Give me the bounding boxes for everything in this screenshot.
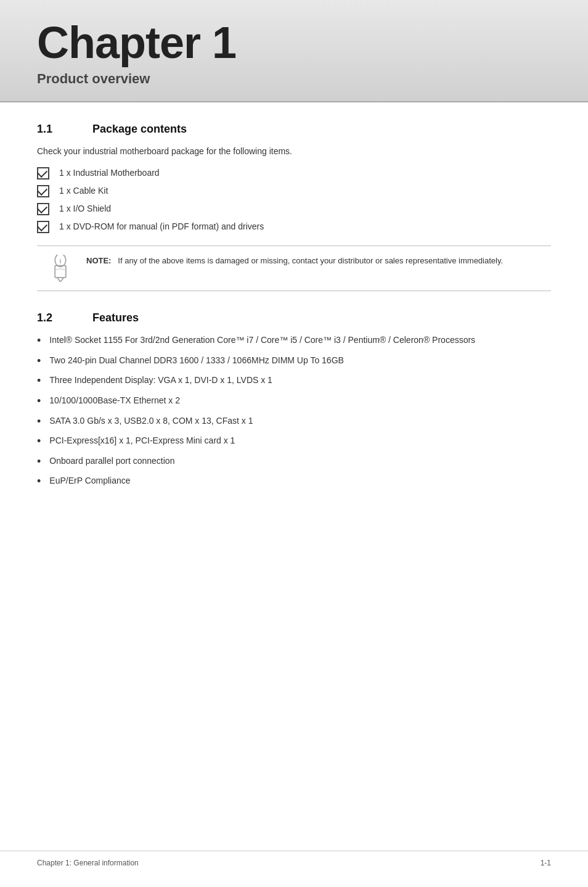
intro-text: Check your industrial motherboard packag… xyxy=(37,145,551,158)
chapter-title-text1: Chapter xyxy=(37,18,200,67)
feature-item: • EuP/ErP Compliance xyxy=(37,474,551,489)
section-1-2: 1.2 Features • Intel® Socket 1155 For 3r… xyxy=(37,310,551,489)
feature-text-1: Two 240-pin Dual Channel DDR3 1600 / 133… xyxy=(49,354,344,367)
chapter-header: Chapter 1 Product overview xyxy=(0,0,588,102)
page-wrapper: Chapter 1 Product overview 1.1 Package c… xyxy=(0,0,588,887)
footer-left: Chapter 1: General information xyxy=(37,857,139,868)
list-item: 1 x DVD-ROM for manual (in PDF format) a… xyxy=(37,220,551,233)
checkbox-icon-3 xyxy=(37,203,49,215)
feature-text-7: EuP/ErP Compliance xyxy=(49,474,130,487)
bullet-icon: • xyxy=(37,415,41,429)
feature-text-4: SATA 3.0 Gb/s x 3, USB2.0 x 8, COM x 13,… xyxy=(49,415,253,427)
feature-item: • 10/100/1000Base-TX Ethernet x 2 xyxy=(37,394,551,408)
bullet-icon: • xyxy=(37,395,41,408)
list-item: 1 x Industrial Motherboard xyxy=(37,167,551,179)
checkbox-icon-4 xyxy=(37,221,49,233)
list-item: 1 x I/O Shield xyxy=(37,202,551,215)
content-area: 1.1 Package contents Check your industri… xyxy=(0,121,588,489)
feature-item: • PCI-Express[x16] x 1, PCI-Express Mini… xyxy=(37,434,551,448)
feature-item: • Onboard parallel port connection xyxy=(37,455,551,469)
feature-item: • SATA 3.0 Gb/s x 3, USB2.0 x 8, COM x 1… xyxy=(37,415,551,429)
bullet-icon: • xyxy=(37,455,41,469)
bullet-icon: • xyxy=(37,475,41,489)
list-item: 1 x Cable Kit xyxy=(37,184,551,197)
checklist: 1 x Industrial Motherboard 1 x Cable Kit… xyxy=(37,167,551,233)
feature-text-6: Onboard parallel port connection xyxy=(49,455,174,468)
section-1-1: 1.1 Package contents Check your industri… xyxy=(37,121,551,291)
section-1-1-title: Package contents xyxy=(92,121,187,138)
bullet-icon: • xyxy=(37,355,41,368)
feature-text-0: Intel® Socket 1155 For 3rd/2nd Generatio… xyxy=(49,334,475,347)
feature-text-2: Three Independent Display: VGA x 1, DVI-… xyxy=(49,374,272,387)
feature-text-3: 10/100/1000Base-TX Ethernet x 2 xyxy=(49,394,180,407)
bullet-icon: • xyxy=(37,334,41,348)
checklist-item-2: 1 x Cable Kit xyxy=(59,184,108,197)
chapter-title: Chapter 1 xyxy=(37,19,551,67)
note-icon-wrapper xyxy=(47,255,74,282)
checkbox-icon-1 xyxy=(37,167,49,179)
footer-right: 1-1 xyxy=(541,857,551,868)
pencil-icon xyxy=(49,255,71,282)
bullet-icon: • xyxy=(37,435,41,448)
checklist-item-4: 1 x DVD-ROM for manual (in PDF format) a… xyxy=(59,220,264,233)
checklist-item-3: 1 x I/O Shield xyxy=(59,202,111,215)
checkbox-icon-2 xyxy=(37,185,49,197)
section-1-2-heading: 1.2 Features xyxy=(37,310,551,326)
checklist-item-1: 1 x Industrial Motherboard xyxy=(59,167,160,179)
section-1-1-heading: 1.1 Package contents xyxy=(37,121,551,138)
note-text: NOTE: If any of the above items is damag… xyxy=(86,255,503,267)
note-content: If any of the above items is damaged or … xyxy=(118,256,503,265)
chapter-subtitle: Product overview xyxy=(37,68,551,89)
note-label: NOTE: xyxy=(86,256,111,265)
section-1-2-title: Features xyxy=(92,310,139,326)
note-box: NOTE: If any of the above items is damag… xyxy=(37,245,551,291)
bullet-icon: • xyxy=(37,374,41,388)
feature-item: • Three Independent Display: VGA x 1, DV… xyxy=(37,374,551,388)
feature-text-5: PCI-Express[x16] x 1, PCI-Express Mini c… xyxy=(49,434,235,447)
feature-item: • Two 240-pin Dual Channel DDR3 1600 / 1… xyxy=(37,354,551,368)
feature-item: • Intel® Socket 1155 For 3rd/2nd Generat… xyxy=(37,334,551,348)
section-1-1-number: 1.1 xyxy=(37,121,74,138)
page-footer: Chapter 1: General information 1-1 xyxy=(0,851,588,875)
features-list: • Intel® Socket 1155 For 3rd/2nd Generat… xyxy=(37,334,551,489)
chapter-title-text2: 1 xyxy=(212,18,236,67)
section-1-2-number: 1.2 xyxy=(37,310,74,326)
svg-rect-1 xyxy=(55,266,66,278)
